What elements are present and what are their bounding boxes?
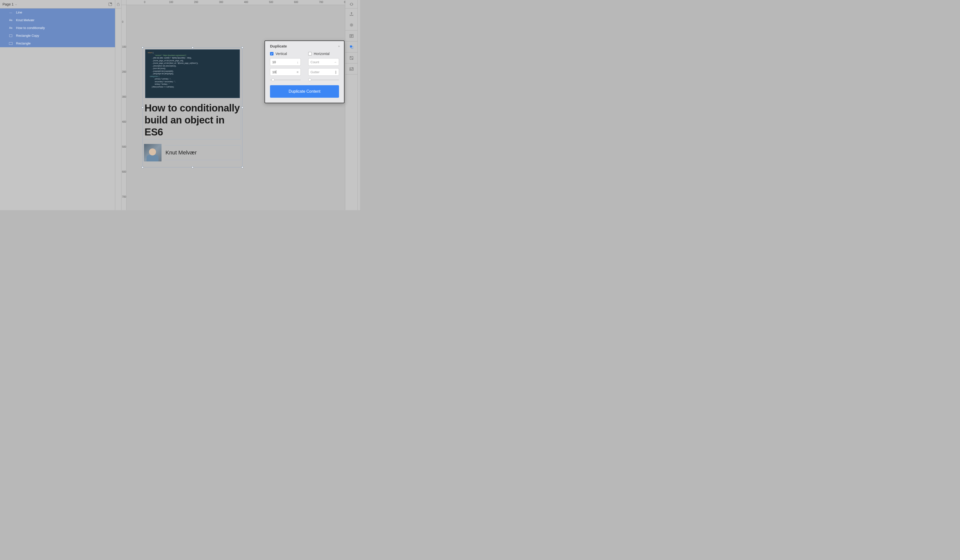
code-line: ].filter(notFalse => notFalse); (152, 86, 174, 88)
svg-rect-2 (10, 35, 12, 37)
svg-rect-3 (9, 42, 13, 45)
rectangle-outline-icon (8, 35, 13, 37)
code-line: ...(title && {title: subtitle ? `${title… (152, 57, 192, 59)
plugin-logo-icon[interactable] (345, 0, 357, 8)
layer-item-rectangle[interactable]: Rectangle (0, 40, 115, 47)
canvas[interactable]: return { "version": "https://jsonfeed.or… (126, 5, 345, 210)
vertical-gutter-input[interactable]: 10 ≡ (270, 68, 301, 76)
vertical-label: Vertical (275, 52, 287, 56)
app-root: Page 1 ⌄ — Line Aa Knut Melvær Aa How to… (0, 0, 360, 210)
vertical-count-input[interactable]: 10 ↓ (270, 58, 301, 66)
vertical-count-value: 10 (272, 60, 276, 64)
horizontal-label: Horizontal (314, 52, 330, 56)
gutter-h-icon: ≡ (296, 70, 299, 74)
ruler-tick: 300 (122, 96, 126, 98)
vertical-ruler[interactable]: 0 100 200 300 400 500 600 700 (122, 5, 126, 210)
ruler-tick: 500 (269, 1, 273, 3)
layer-label: How to conditionally (16, 26, 45, 30)
ruler-tick: 600 (294, 1, 298, 3)
resize-handle-tr[interactable] (242, 47, 243, 48)
chevron-right-icon[interactable]: ▸ (339, 45, 340, 48)
ruler-tick: 100 (122, 45, 126, 48)
layers-panel: Page 1 ⌄ — Line Aa Knut Melvær Aa How to… (0, 0, 115, 210)
gutter-v-icon: ∥ (335, 70, 337, 74)
ruler-tick: 0 (144, 1, 146, 3)
text-icon: Aa (8, 19, 13, 21)
text-style-icon[interactable] (345, 30, 357, 41)
image-insert-icon[interactable] (345, 64, 357, 75)
heading-text-frame[interactable]: How to conditionally build an object in … (144, 101, 241, 139)
ruler-tick: 700 (122, 195, 126, 198)
export-icon[interactable] (345, 8, 357, 19)
transform-icon[interactable] (345, 53, 357, 64)
horizontal-slider[interactable] (308, 79, 339, 81)
code-line: ...(home_page_url && {home_page_url}), (152, 60, 184, 61)
slider-thumb[interactable] (272, 78, 275, 81)
duplicate-tool-icon[interactable] (345, 41, 357, 53)
resize-handle-tc[interactable] (192, 47, 194, 48)
right-toolstrip (345, 0, 357, 210)
code-snippet-image[interactable]: return { "version": "https://jsonfeed.or… (145, 49, 240, 98)
horizontal-ruler[interactable]: 0 100 200 300 400 500 600 700 8 (126, 0, 345, 5)
author-name: Knut Melvær (165, 145, 241, 160)
resize-handle-bc[interactable] (192, 166, 194, 168)
layer-label: Rectangle (16, 41, 31, 45)
ruler-tick: 100 (169, 1, 173, 3)
horizontal-checkbox-row[interactable]: Horizontal (308, 52, 339, 56)
code-line: ...(language && {language}), (152, 73, 174, 75)
code-line: ...(home_page_url && {feed_url: `${home_… (152, 62, 198, 64)
ruler-tick: 200 (194, 1, 198, 3)
horizontal-column: Horizontal Count → Gutter ∥ (308, 52, 339, 81)
inspector-peek (357, 0, 360, 210)
ruler-tick: 400 (244, 1, 248, 3)
svg-rect-1 (110, 3, 112, 4)
vertical-checkbox[interactable] (270, 52, 274, 56)
lock-column (115, 0, 122, 210)
layers-panel-header: Page 1 ⌄ (0, 0, 115, 8)
layer-item-line[interactable]: — Line (0, 8, 115, 16)
duplicate-popover: Duplicate ▸ Vertical 10 ↓ 10 ≡ (264, 40, 344, 103)
article-heading: How to conditionally build an object in … (144, 102, 240, 138)
vertical-slider[interactable] (270, 79, 301, 81)
vertical-column: Vertical 10 ↓ 10 ≡ (270, 52, 301, 81)
page-selector[interactable]: Page 1 ⌄ (3, 2, 17, 6)
page-list-icon[interactable] (108, 2, 112, 6)
author-row[interactable]: Knut Melvær (144, 144, 241, 161)
rectangle-icon (8, 42, 13, 45)
duplicate-content-button[interactable]: Duplicate Content (270, 85, 339, 98)
settings-gear-icon[interactable] (345, 19, 357, 30)
code-line: ...(copyright && {copyright}), (152, 70, 173, 72)
popover-title: Duplicate (270, 44, 339, 48)
svg-point-5 (351, 24, 352, 26)
code-line: ...(description && {description}), (152, 65, 176, 67)
text-icon: Aa (8, 27, 13, 29)
author-avatar[interactable] (144, 144, 162, 161)
horizontal-gutter-input[interactable]: Gutter ∥ (308, 68, 339, 76)
ruler-tick: 500 (122, 145, 126, 148)
resize-handle-tl[interactable] (142, 47, 144, 48)
layer-item-text-author[interactable]: Aa Knut Melvær (0, 16, 115, 24)
canvas-area: 0 100 200 300 400 500 600 700 8 0 100 20… (122, 0, 345, 210)
horizontal-count-input[interactable]: Count → (308, 58, 339, 66)
layer-item-rectangle-copy[interactable]: Rectangle Copy (0, 32, 115, 40)
horizontal-checkbox[interactable] (308, 52, 312, 56)
code-line: secondary ? secondary : '', (155, 81, 176, 83)
page-selector-label: Page 1 (3, 2, 13, 6)
slider-thumb[interactable] (308, 78, 311, 81)
code-line: tertiary ? tertiary : '' (155, 83, 170, 85)
layer-item-text-heading[interactable]: Aa How to conditionally (0, 24, 115, 32)
horizontal-count-placeholder: Count (310, 60, 319, 64)
svg-rect-4 (117, 4, 120, 6)
resize-handle-mr[interactable] (242, 107, 243, 108)
lock-icon[interactable] (115, 0, 121, 8)
text-caret (276, 70, 276, 74)
resize-handle-bl[interactable] (142, 166, 144, 168)
arrow-right-icon: → (333, 60, 337, 64)
ruler-tick: 0 (122, 21, 123, 23)
ruler-tick: 300 (219, 1, 223, 3)
vertical-checkbox-row[interactable]: Vertical (270, 52, 301, 56)
resize-handle-br[interactable] (242, 166, 243, 168)
ruler-tick: 8 (344, 1, 346, 3)
resize-handle-ml[interactable] (142, 107, 144, 108)
layer-label: Knut Melvær (16, 18, 35, 22)
